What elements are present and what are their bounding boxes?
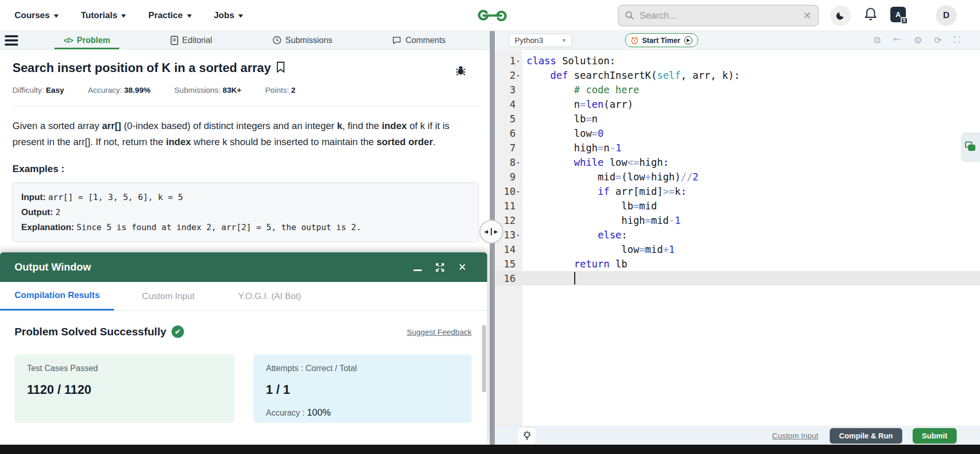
close-icon[interactable]: ✕	[458, 262, 466, 272]
bell-icon	[864, 7, 877, 22]
code-line[interactable]: 3 # code here	[495, 82, 980, 97]
bookmark-icon[interactable]	[276, 62, 285, 73]
description-text: index	[166, 136, 191, 147]
custom-input-link[interactable]: Custom Input	[772, 431, 818, 440]
code-line[interactable]: 7 high=n-1	[495, 140, 980, 155]
code-text: low=0	[527, 126, 604, 140]
panel-splitter-handle[interactable]: ◄►	[479, 220, 503, 244]
minimize-icon[interactable]	[414, 269, 422, 271]
play-icon: ▶	[684, 36, 692, 45]
code-line[interactable]: 15 return lb	[495, 257, 980, 271]
chat-icon	[965, 141, 976, 153]
nav-item-courses[interactable]: Courses▼	[15, 10, 59, 21]
start-timer-button[interactable]: Start Timer ▶	[625, 33, 698, 47]
code-text: class Solution:	[527, 53, 616, 68]
translate-button[interactable]: A 文	[890, 7, 906, 22]
code-text: lb=n	[527, 111, 598, 126]
code-text: else:	[527, 228, 628, 242]
tab-submissions[interactable]: Submissions	[273, 31, 333, 49]
code-line[interactable]: 10▾ if arr[mid]>=k:	[495, 184, 980, 198]
code-line[interactable]: 9 mid=(low+high)//2	[495, 169, 980, 184]
tab-yogi-ai-bot[interactable]: Y.O.G.I. (AI Bot)	[223, 282, 316, 310]
gfg-logo[interactable]	[477, 4, 508, 27]
tab-custom-input[interactable]: Custom Input	[127, 282, 209, 310]
nav-item-practice[interactable]: Practice▼	[148, 10, 192, 21]
fold-caret-icon[interactable]: ▾	[517, 68, 519, 83]
output-window-header: Output Window ✕	[0, 252, 487, 282]
settings-gear-icon[interactable]: ⚙	[914, 35, 922, 46]
code-line[interactable]: 11 lb=mid	[495, 198, 980, 213]
code-line[interactable]: 12 high=mid-1	[495, 213, 980, 228]
tab-comments[interactable]: Comments	[392, 31, 445, 49]
code-line[interactable]: 1▾class Solution:	[495, 53, 980, 68]
line-number: 6	[495, 126, 522, 140]
fullscreen-icon[interactable]: ⛶	[954, 35, 960, 46]
code-line[interactable]: 8▾ while low<=high:	[495, 155, 980, 169]
description-text: , find the	[343, 120, 382, 131]
output-scrollbar[interactable]	[482, 325, 486, 392]
code-line[interactable]: 2▾ def searchInsertK(self, arr, k):	[495, 68, 980, 82]
description-text: arr[]	[102, 120, 121, 131]
fold-caret-icon[interactable]: ▾	[517, 228, 519, 243]
hint-button[interactable]	[518, 428, 536, 444]
notifications-button[interactable]	[864, 7, 877, 24]
nav-item-tutorials[interactable]: Tutorials▼	[81, 10, 126, 21]
code-line[interactable]: 6 low=0	[495, 126, 980, 140]
line-number: 14	[495, 242, 522, 257]
user-avatar[interactable]: D	[936, 5, 957, 26]
editor-bottom-bar: Custom Input Compile & Run Submit	[495, 426, 980, 445]
problem-description: Given a sorted array arr[] (0-index base…	[12, 118, 477, 150]
problem-tabbar: </> Problem Editorial Submissions	[0, 31, 491, 50]
expand-icon[interactable]	[435, 263, 445, 272]
tab-editorial[interactable]: Editorial	[171, 31, 212, 49]
code-line[interactable]: 5 lb=n	[495, 111, 980, 126]
line-number: 11	[495, 198, 522, 213]
status-message: Problem Solved Successfully	[15, 325, 166, 338]
description-text: where k should be inserted to maintain t…	[191, 136, 376, 147]
hamburger-menu-icon[interactable]	[5, 33, 18, 48]
tab-problem[interactable]: </> Problem	[64, 31, 110, 49]
code-editor-panel: Python3▼ Start Timer ▶ ⧉ ⭰ ⚙ ⟳ ⛶ 1▾class…	[495, 31, 980, 445]
idea-bulb-icon	[522, 430, 532, 442]
nav-item-jobs[interactable]: Jobs▼	[214, 10, 244, 21]
code-editor[interactable]: 1▾class Solution:2▾ def searchInsertK(se…	[495, 50, 980, 426]
bottom-taskbar-strip	[0, 445, 980, 454]
copy-icon[interactable]: ⧉	[874, 35, 880, 46]
code-line[interactable]: 13▾ else:	[495, 228, 980, 242]
moon-icon	[835, 10, 846, 21]
alarm-clock-icon	[631, 36, 638, 45]
attempts-value: 1 / 1	[266, 382, 459, 397]
suggest-feedback-link[interactable]: Suggest Feedback	[407, 328, 472, 336]
arrow-left-icon: ◄	[483, 228, 490, 235]
clear-search-icon[interactable]: ✕	[803, 9, 812, 22]
chevron-down-icon: ▼	[185, 12, 193, 19]
top-navbar: Courses▼ Tutorials▼ Practice▼ Jobs▼ ✕ A …	[0, 0, 980, 31]
code-line[interactable]: 14 low=mid+1	[495, 242, 980, 257]
fold-caret-icon[interactable]: ▾	[517, 185, 519, 199]
code-text: n=len(arr)	[527, 97, 633, 111]
chat-discussion-widget[interactable]	[961, 132, 980, 162]
description-text: .	[433, 136, 435, 147]
nav-menu: Courses▼ Tutorials▼ Practice▼ Jobs▼	[15, 0, 244, 31]
dark-mode-toggle[interactable]	[830, 5, 851, 26]
language-select[interactable]: Python3▼	[509, 34, 572, 47]
compile-run-button[interactable]: Compile & Run	[830, 428, 902, 444]
submit-button[interactable]: Submit	[913, 428, 957, 444]
tab-compilation-results[interactable]: Compilation Results	[0, 282, 114, 310]
code-line[interactable]: 16	[495, 271, 980, 286]
arrow-right-icon: ►	[493, 228, 500, 235]
code-line[interactable]: 4 n=len(arr)	[495, 97, 980, 111]
reset-code-icon[interactable]: ⟳	[934, 35, 942, 46]
translate-icon: A	[896, 10, 901, 19]
fold-caret-icon[interactable]: ▾	[517, 54, 519, 68]
line-number: 7	[495, 140, 522, 155]
fold-caret-icon[interactable]: ▾	[517, 155, 519, 170]
accuracy-value: 100%	[307, 407, 331, 418]
search-input[interactable]	[640, 10, 803, 21]
divider-line	[12, 106, 479, 106]
attempts-card: Attempts : Correct / Total 1 / 1 Accurac…	[253, 354, 472, 423]
test-cases-card: Test Cases Passed 1120 / 1120	[15, 354, 235, 423]
problem-title: Search insert position of K in a sorted …	[12, 61, 271, 75]
import-icon[interactable]: ⭰	[892, 35, 902, 46]
report-bug-icon[interactable]	[455, 65, 466, 76]
